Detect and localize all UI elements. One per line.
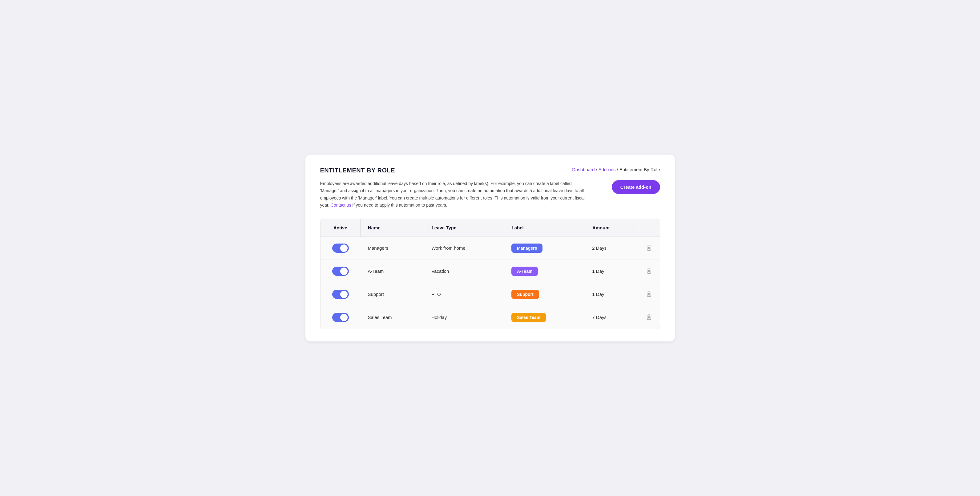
label-badge-1: A-Team <box>511 267 538 276</box>
description-row: Employees are awarded additional leave d… <box>320 180 660 208</box>
contact-link[interactable]: Contact us <box>331 203 351 208</box>
cell-leave-type-1: Vacation <box>424 259 504 283</box>
cell-amount-3: 7 Days <box>585 306 638 329</box>
cell-actions-2 <box>638 283 660 306</box>
delete-button-3[interactable] <box>646 313 652 320</box>
description-suffix: if you need to apply this automation to … <box>353 203 447 208</box>
toggle-slider-1 <box>332 267 349 276</box>
main-card: ENTITLEMENT BY ROLE Dashboard / Add-ons … <box>305 154 675 341</box>
delete-button-2[interactable] <box>646 290 652 297</box>
table-header: Active Name Leave Type Label Amount <box>320 219 660 237</box>
table-row: Support PTO Support 1 Day <box>320 283 660 306</box>
col-header-label: Label <box>504 219 585 237</box>
table-body: Managers Work from home Managers 2 Days <box>320 237 660 329</box>
toggle-active-3[interactable] <box>332 313 349 322</box>
cell-name-2: Support <box>361 283 424 306</box>
cell-leave-type-3: Holiday <box>424 306 504 329</box>
cell-amount-1: 1 Day <box>585 259 638 283</box>
cell-label-3: Sales Team <box>504 306 585 329</box>
col-header-name: Name <box>361 219 424 237</box>
label-badge-2: Support <box>511 290 539 299</box>
cell-active-3 <box>320 306 361 329</box>
col-header-actions <box>638 219 660 237</box>
col-header-amount: Amount <box>585 219 638 237</box>
create-addon-button[interactable]: Create add-on <box>612 180 660 194</box>
col-header-active: Active <box>320 219 361 237</box>
toggle-active-0[interactable] <box>332 243 349 253</box>
toggle-slider-3 <box>332 313 349 322</box>
cell-label-1: A-Team <box>504 259 585 283</box>
cell-leave-type-0: Work from home <box>424 237 504 259</box>
cell-label-2: Support <box>504 283 585 306</box>
table-container: Active Name Leave Type Label Amount Mana… <box>320 219 660 329</box>
breadcrumb-sep1: / <box>596 167 597 172</box>
delete-button-0[interactable] <box>646 244 652 251</box>
cell-label-0: Managers <box>504 237 585 259</box>
table-row: Sales Team Holiday Sales Team 7 Days <box>320 306 660 329</box>
breadcrumb-addons[interactable]: Add-ons <box>598 167 616 172</box>
page-title: ENTITLEMENT BY ROLE <box>320 167 395 174</box>
header-row: ENTITLEMENT BY ROLE Dashboard / Add-ons … <box>320 167 660 174</box>
breadcrumb-dashboard[interactable]: Dashboard <box>572 167 595 172</box>
label-badge-3: Sales Team <box>511 313 546 322</box>
cell-actions-1 <box>638 259 660 283</box>
cell-active-0 <box>320 237 361 259</box>
breadcrumb-sep2: / <box>617 167 618 172</box>
cell-amount-0: 2 Days <box>585 237 638 259</box>
cell-name-1: A-Team <box>361 259 424 283</box>
label-badge-0: Managers <box>511 243 542 253</box>
delete-button-1[interactable] <box>646 267 652 274</box>
breadcrumb: Dashboard / Add-ons / Entitlement By Rol… <box>572 167 660 172</box>
cell-actions-0 <box>638 237 660 259</box>
cell-active-1 <box>320 259 361 283</box>
header-row: Active Name Leave Type Label Amount <box>320 219 660 237</box>
cell-name-0: Managers <box>361 237 424 259</box>
toggle-slider-0 <box>332 243 349 253</box>
cell-leave-type-2: PTO <box>424 283 504 306</box>
toggle-active-1[interactable] <box>332 267 349 276</box>
cell-active-2 <box>320 283 361 306</box>
table-row: Managers Work from home Managers 2 Days <box>320 237 660 259</box>
cell-name-3: Sales Team <box>361 306 424 329</box>
cell-amount-2: 1 Day <box>585 283 638 306</box>
col-header-leave-type: Leave Type <box>424 219 504 237</box>
entitlement-table: Active Name Leave Type Label Amount Mana… <box>320 219 660 329</box>
toggle-active-2[interactable] <box>332 290 349 299</box>
description-text: Employees are awarded additional leave d… <box>320 180 585 208</box>
toggle-slider-2 <box>332 290 349 299</box>
breadcrumb-current: Entitlement By Role <box>619 167 660 172</box>
table-row: A-Team Vacation A-Team 1 Day <box>320 259 660 283</box>
cell-actions-3 <box>638 306 660 329</box>
